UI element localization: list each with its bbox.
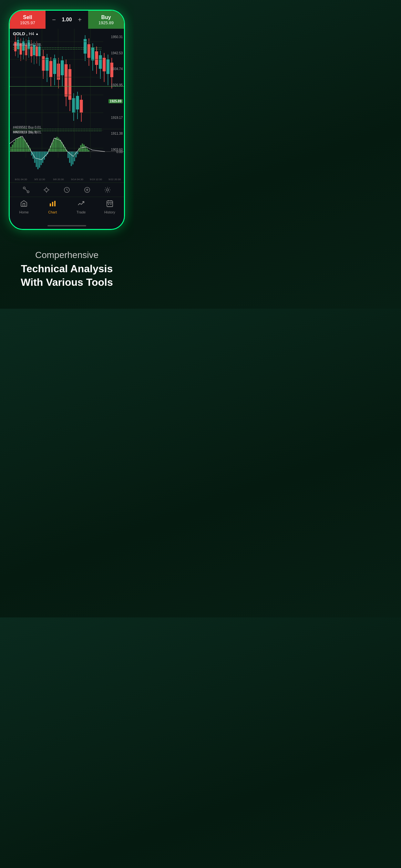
history-icon xyxy=(106,199,114,209)
svg-rect-136 xyxy=(50,204,51,206)
sell-order-label: #4896148 Sell 1.00. xyxy=(13,43,42,46)
buy-price: 1925.89 xyxy=(98,20,114,25)
chart-arrow: ▲ xyxy=(35,32,39,35)
time-5: 9/19 12:30 xyxy=(87,178,105,181)
price-1903: 1903.60 xyxy=(109,148,123,151)
clock-tool-button[interactable] xyxy=(61,184,73,196)
nav-history-label: History xyxy=(104,210,115,214)
quantity-control: − 1.00 + xyxy=(45,15,88,24)
nav-home[interactable]: Home xyxy=(10,199,38,214)
sell-order-line-b xyxy=(13,49,101,50)
plus-button[interactable]: + xyxy=(75,15,84,24)
svg-rect-144 xyxy=(111,204,112,205)
home-indicator xyxy=(10,222,124,229)
time-2: 9/5 12:30 xyxy=(30,178,49,181)
marketing-title-line1: Technical Analysis With Various Tools xyxy=(21,262,113,289)
sell-order-line xyxy=(13,48,101,48)
marketing-subtitle: Comperhensive xyxy=(21,249,113,261)
svg-rect-139 xyxy=(107,201,113,207)
price-1950: 1950.31 xyxy=(109,35,123,39)
chart-toolbar xyxy=(10,182,124,197)
nav-home-label: Home xyxy=(19,210,29,214)
buy-label: Buy xyxy=(101,14,111,20)
svg-rect-143 xyxy=(108,204,109,205)
chart-symbol: GOLD xyxy=(13,31,25,36)
svg-line-131 xyxy=(67,190,68,190)
nav-trade-label: Trade xyxy=(76,210,86,214)
macd-label: MACD(12 ,26 ,9) xyxy=(13,130,37,134)
settings-button[interactable] xyxy=(102,184,113,196)
time-axis: 8/31 04:30 9/5 12:30 9/8 20:30 9/14 04:3… xyxy=(10,176,124,182)
chart-area: GOLD , H4 ▲ xyxy=(10,29,124,197)
nav-chart-label: Chart xyxy=(48,210,57,214)
marketing-section: Comperhensive Technical Analysis With Va… xyxy=(11,237,122,309)
price-labels: 1950.31 1942.53 1934.74 1926.95 1925.89 … xyxy=(109,29,123,158)
chart-timeframe: H4 xyxy=(29,31,34,36)
svg-rect-138 xyxy=(54,201,56,206)
chart-header: GOLD , H4 ▲ xyxy=(13,31,39,36)
time-3: 9/8 20:30 xyxy=(49,178,68,181)
quantity-value: 1.00 xyxy=(61,17,73,23)
time-1: 8/31 04:30 xyxy=(11,178,30,181)
sell-price: 1925.97 xyxy=(20,20,35,25)
trade-bar: Sell 1925.97 − 1.00 + Buy 1925.89 xyxy=(10,11,124,29)
minus-button[interactable]: − xyxy=(50,15,58,24)
svg-point-121 xyxy=(23,187,25,189)
add-indicator-button[interactable] xyxy=(81,184,93,196)
chart-separator: , xyxy=(27,31,28,36)
crosshair-tool-button[interactable] xyxy=(41,184,52,196)
chart-icon xyxy=(49,199,57,209)
svg-line-123 xyxy=(25,189,27,191)
home-icon xyxy=(20,199,28,209)
price-1934: 1934.74 xyxy=(109,67,123,71)
sell-button[interactable]: Sell 1925.97 xyxy=(10,11,45,29)
price-1919: 1919.17 xyxy=(109,116,123,120)
sell-label: Sell xyxy=(23,14,32,20)
buy-button[interactable]: Buy 1925.89 xyxy=(88,11,124,29)
current-price-line xyxy=(10,86,124,87)
price-current: 1925.89 xyxy=(109,99,123,103)
time-6: 9/22 20:30 xyxy=(105,178,124,181)
nav-chart[interactable]: Chart xyxy=(38,199,67,214)
svg-point-122 xyxy=(27,191,29,193)
nav-trade[interactable]: Trade xyxy=(67,199,96,214)
svg-rect-137 xyxy=(52,202,53,206)
time-4: 9/14 04:30 xyxy=(68,178,87,181)
nav-history[interactable]: History xyxy=(96,199,124,214)
svg-point-135 xyxy=(106,189,109,191)
draw-tool-button[interactable] xyxy=(20,184,32,196)
price-1911: 1911.38 xyxy=(109,132,123,135)
trade-icon xyxy=(77,199,85,209)
grid-lines xyxy=(10,29,124,158)
svg-point-124 xyxy=(45,188,48,191)
home-bar xyxy=(48,225,86,226)
bottom-nav: Home Chart Trade xyxy=(10,197,124,222)
phone-frame: Sell 1925.97 − 1.00 + Buy 1925.89 GOLD ,… xyxy=(9,10,125,230)
price-1942: 1942.53 xyxy=(109,51,123,55)
